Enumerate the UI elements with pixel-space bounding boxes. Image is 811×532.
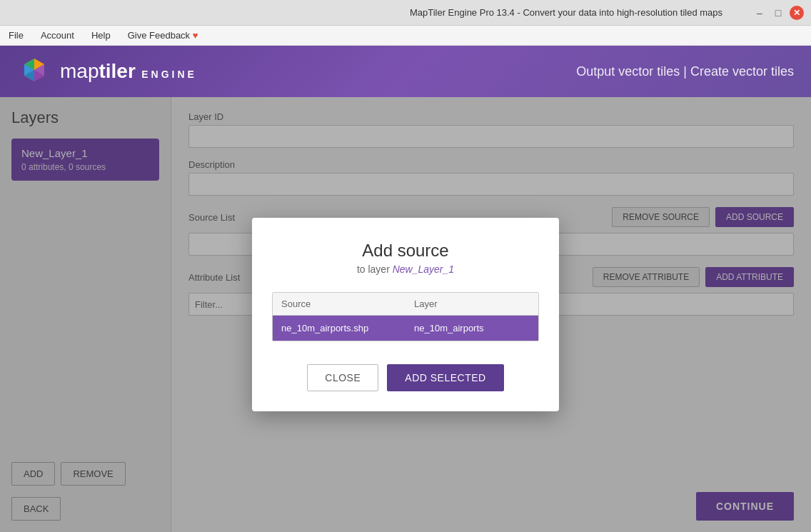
- main-content: Layers New_Layer_1 0 attributes, 0 sourc…: [0, 97, 811, 532]
- maximize-button[interactable]: □: [771, 6, 785, 20]
- titlebar: MapTiler Engine Pro 13.4 - Convert your …: [0, 0, 811, 26]
- dialog-subtitle-prefix: to layer: [357, 264, 390, 275]
- close-window-button[interactable]: ✕: [790, 6, 804, 20]
- menu-account[interactable]: Account: [38, 29, 77, 42]
- dialog-actions: CLOSE ADD SELECTED: [272, 364, 539, 391]
- dialog-add-selected-button[interactable]: ADD SELECTED: [387, 364, 503, 391]
- logo-area: maptiler ENGINE: [17, 54, 197, 89]
- dialog-title: Add source: [272, 241, 539, 261]
- logo-engine-text: ENGINE: [141, 69, 197, 80]
- table-header: Source Layer: [273, 293, 538, 316]
- app-header: maptiler ENGINE Output vector tiles | Cr…: [0, 46, 811, 97]
- minimize-button[interactable]: –: [752, 6, 767, 20]
- logo-text-area: maptiler ENGINE: [60, 60, 197, 83]
- titlebar-title: MapTiler Engine Pro 13.4 - Convert your …: [380, 7, 752, 18]
- table-cell-layer: ne_10m_airports: [406, 316, 538, 341]
- table-row[interactable]: ne_10m_airports.shp ne_10m_airports: [273, 316, 538, 341]
- header-subtitle: Output vector tiles | Create vector tile…: [576, 64, 794, 79]
- add-source-dialog: Add source to layer New_Layer_1 Source L…: [252, 218, 559, 411]
- dialog-subtitle: to layer New_Layer_1: [272, 264, 539, 275]
- maptiler-logo-icon: [17, 54, 51, 89]
- dialog-layer-name: New_Layer_1: [393, 264, 454, 275]
- menubar: File Account Help Give Feedback ♥: [0, 26, 811, 46]
- source-table: Source Layer ne_10m_airports.shp ne_10m_…: [272, 292, 539, 341]
- table-cell-source: ne_10m_airports.shp: [273, 316, 406, 341]
- menu-feedback[interactable]: Give Feedback ♥: [125, 29, 201, 42]
- dialog-close-button[interactable]: CLOSE: [307, 364, 378, 391]
- modal-overlay: Add source to layer New_Layer_1 Source L…: [0, 97, 811, 532]
- menu-file[interactable]: File: [6, 29, 26, 42]
- menu-help[interactable]: Help: [89, 29, 114, 42]
- col-source: Source: [273, 293, 406, 315]
- col-layer: Layer: [406, 293, 538, 315]
